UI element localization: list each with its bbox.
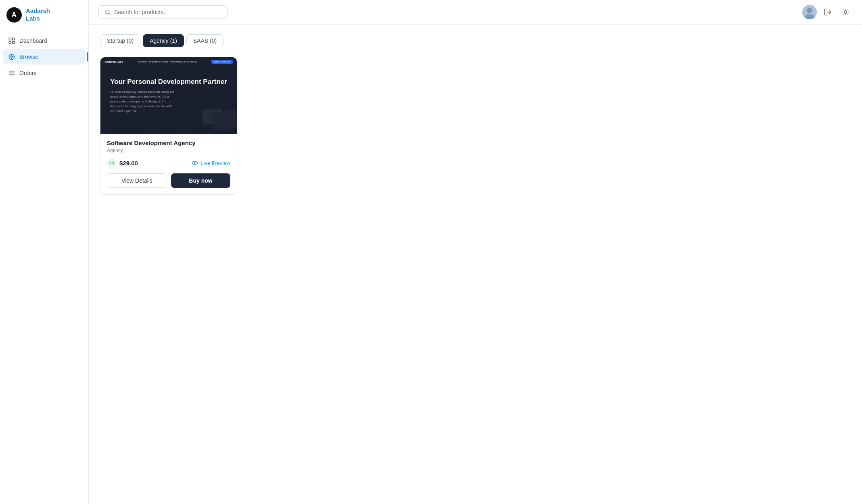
product-grid: Aadarsh Labs Services Templates Projects… [100,57,851,195]
thumb-nav-links: Services Templates Projects Testimonials… [138,60,197,63]
dashboard-icon [8,37,15,44]
thumb-logo: Aadarsh Labs [104,60,123,63]
theme-toggle-button[interactable] [839,5,852,19]
sidebar-item-label: Orders [19,70,37,76]
search-box[interactable] [98,5,228,19]
main-area: Startup (0) Agency (1) SAAS (0) Aadarsh … [89,0,862,504]
tab-agency[interactable]: Agency (1) [143,34,184,47]
code-icon [109,160,114,165]
thumb-cta-btn: Book a free call [211,60,233,64]
svg-line-27 [847,10,848,10]
sidebar-logo: A AadarshLabs [0,0,88,30]
product-card: Aadarsh Labs Services Templates Projects… [100,57,237,195]
thumb-nav: Aadarsh Labs Services Templates Projects… [100,60,237,64]
svg-rect-0 [9,38,11,40]
sidebar-nav: Dashboard Browse Orders [0,30,88,84]
tabs: Startup (0) Agency (1) SAAS (0) [100,34,851,47]
logout-button[interactable] [821,5,835,19]
sidebar: A AadarshLabs Dashboard Browse Orders [0,0,89,504]
tab-startup[interactable]: Startup (0) [100,34,140,47]
sidebar-item-browse[interactable]: Browse [3,49,85,65]
svg-line-24 [843,10,843,10]
search-input[interactable] [114,9,221,15]
svg-point-5 [11,56,13,58]
product-actions: View Details Buy now [107,173,230,188]
product-thumbnail: Aadarsh Labs Services Templates Projects… [100,57,237,134]
mockup-1 [211,109,237,131]
logout-icon [824,8,832,16]
thumb-headline: Your Personal Development Partner [110,77,227,86]
sidebar-item-dashboard[interactable]: Dashboard [3,33,85,48]
svg-rect-3 [13,42,15,44]
content-area: Startup (0) Agency (1) SAAS (0) Aadarsh … [89,25,862,504]
browse-icon [8,53,15,60]
header [89,0,862,25]
product-info: Software Development Agency Agency $29.0… [100,134,237,194]
view-details-button[interactable]: View Details [107,173,167,188]
buy-now-button[interactable]: Buy now [171,173,230,188]
svg-point-13 [106,10,109,14]
orders-icon [8,69,15,77]
product-price: $29.00 [107,158,138,168]
price-value: $29.00 [119,160,138,167]
logo-text: AadarshLabs [26,7,50,23]
thumb-subtext: I create beautifully crafted products us… [110,90,179,114]
svg-point-16 [807,8,812,13]
product-meta: $29.00 Live Preview [107,158,230,168]
search-icon [104,9,111,15]
avatar-image [802,5,817,19]
sidebar-item-label: Browse [19,54,38,60]
eye-icon [191,159,198,167]
live-preview-link[interactable]: Live Preview [191,159,230,167]
svg-point-19 [844,11,847,14]
svg-rect-1 [13,38,15,40]
price-icon [107,158,117,168]
avatar[interactable] [802,5,817,19]
product-category: Agency [107,148,230,153]
svg-line-26 [843,14,843,15]
sun-icon [841,8,849,16]
tab-saas[interactable]: SAAS (0) [186,34,223,47]
live-preview-label: Live Preview [200,160,230,166]
sidebar-item-orders[interactable]: Orders [3,65,85,81]
svg-line-25 [847,14,848,15]
svg-line-14 [109,13,111,15]
header-actions [802,5,852,19]
sidebar-item-label: Dashboard [19,37,47,44]
product-name: Software Development Agency [107,140,230,146]
svg-rect-2 [9,42,11,44]
svg-point-29 [194,162,196,164]
logo-avatar: A [6,7,22,23]
